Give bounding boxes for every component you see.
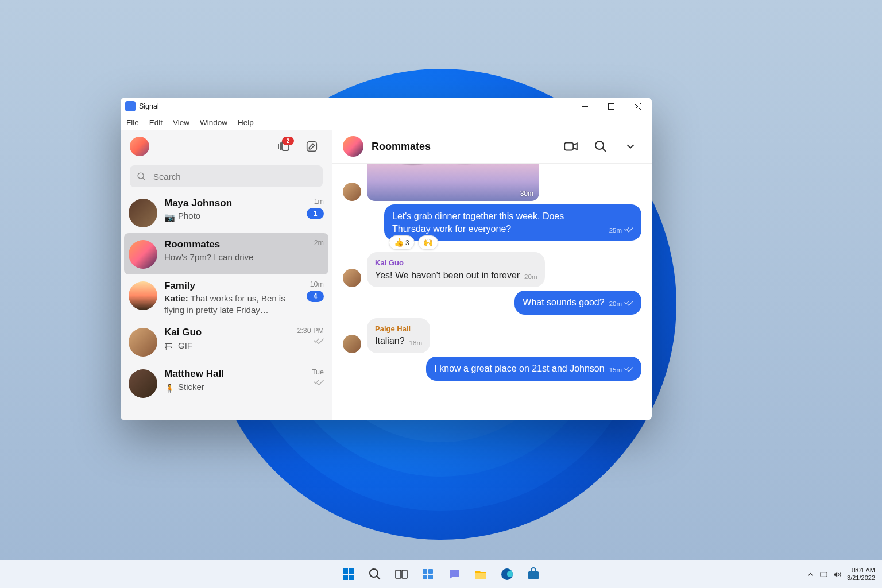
message-text: Italian? — [375, 335, 405, 347]
unread-badge: 1 — [307, 208, 324, 219]
conversation-name: Matthew Hall — [164, 368, 289, 380]
desktop: Signal File Edit View Window Help 2 — [0, 0, 882, 588]
widgets-button[interactable] — [416, 563, 439, 586]
chat-title[interactable]: Roommates — [372, 141, 431, 153]
conversation-time: 2m — [314, 239, 324, 247]
message-bubble[interactable]: I know a great place on 21st and Johnson… — [426, 357, 641, 381]
conversation-avatar — [129, 281, 157, 310]
svg-rect-2 — [307, 142, 317, 152]
message-sender: Kai Guo — [375, 258, 537, 268]
system-tray[interactable]: 8:01 AM 3/21/2022 — [806, 567, 882, 581]
conversation-avatar — [129, 369, 157, 398]
taskbar-center — [337, 563, 545, 586]
message-bubble[interactable]: What sounds good?20m — [514, 291, 641, 315]
volume-icon[interactable] — [833, 570, 841, 579]
svg-rect-12 — [402, 570, 407, 578]
compose-button[interactable] — [301, 136, 323, 157]
task-view-button[interactable] — [390, 563, 413, 586]
svg-rect-15 — [423, 575, 427, 579]
svg-rect-9 — [349, 575, 354, 580]
conversation-name: Maya Johnson — [164, 198, 289, 209]
chevron-up-icon[interactable] — [806, 570, 815, 579]
conversation-name: Kai Guo — [164, 327, 289, 338]
conversation-avatar — [129, 328, 157, 357]
menu-help[interactable]: Help — [238, 118, 254, 127]
stories-badge: 2 — [282, 137, 294, 145]
conversation-name: Roommates — [164, 239, 289, 250]
conversation-item[interactable]: Maya Johnson 📷Photo 1m1 — [121, 192, 332, 233]
conversation-item[interactable]: Matthew Hall 🧍Sticker Tue — [121, 362, 332, 404]
start-button[interactable] — [337, 563, 360, 586]
signal-app-icon — [125, 101, 136, 111]
taskbar[interactable]: 8:01 AM 3/21/2022 — [0, 560, 882, 588]
svg-rect-13 — [423, 569, 427, 574]
conversation-time: 1m — [314, 198, 324, 206]
reaction[interactable]: 🙌 — [418, 235, 438, 250]
image-message[interactable]: 30m — [367, 164, 539, 201]
minimize-button[interactable] — [571, 98, 598, 115]
my-avatar[interactable] — [130, 137, 149, 156]
message-time: 18m — [409, 339, 422, 348]
message-row: Let's grab dinner together this week. Do… — [343, 204, 641, 241]
message-bubble[interactable]: Paige HallItalian?18m — [367, 318, 430, 353]
message-text: Let's grab dinner together this week. Do… — [392, 210, 605, 235]
search-in-chat-button[interactable] — [590, 136, 612, 157]
titlebar[interactable]: Signal — [121, 98, 652, 115]
clock-date: 3/21/2022 — [847, 574, 875, 582]
svg-rect-7 — [349, 568, 354, 574]
svg-rect-17 — [475, 573, 486, 579]
svg-rect-8 — [343, 575, 348, 580]
svg-rect-11 — [396, 570, 401, 578]
menu-window[interactable]: Window — [200, 118, 227, 127]
network-icon[interactable] — [819, 570, 828, 579]
taskbar-search-button[interactable] — [363, 563, 386, 586]
message-bubble[interactable]: Kai GuoYes! We haven't been out in forev… — [367, 252, 545, 287]
close-button[interactable] — [624, 98, 651, 115]
conversation-item[interactable]: Kai Guo 🎞GIF 2:30 PM — [121, 321, 332, 362]
conversation-time: Tue — [312, 368, 324, 376]
chat-avatar[interactable] — [343, 136, 363, 157]
store-button[interactable] — [522, 563, 545, 586]
conversation-name: Family — [164, 280, 289, 292]
teams-chat-button[interactable] — [443, 563, 466, 586]
message-avatar — [343, 269, 361, 287]
signal-window: Signal File Edit View Window Help 2 — [121, 98, 652, 420]
file-explorer-button[interactable] — [469, 563, 492, 586]
message-list[interactable]: 30mLet's grab dinner together this week.… — [332, 164, 652, 420]
message-reactions: 👍3🙌 — [389, 235, 438, 250]
svg-rect-14 — [428, 569, 433, 574]
conversation-preview: Katie: That works for us, Ben is flying … — [164, 293, 289, 315]
svg-rect-19 — [528, 571, 539, 579]
window-title: Signal — [139, 102, 159, 110]
message-avatar — [343, 335, 361, 353]
svg-point-3 — [138, 173, 144, 179]
message-row: What sounds good?20m — [343, 291, 641, 315]
menu-file[interactable]: File — [126, 118, 139, 127]
svg-rect-20 — [821, 572, 827, 577]
conversation-list: Maya Johnson 📷Photo 1m1 Roommates How's … — [121, 192, 332, 420]
search-input[interactable] — [152, 171, 316, 182]
reaction[interactable]: 👍3 — [389, 235, 415, 250]
taskbar-clock[interactable]: 8:01 AM 3/21/2022 — [847, 567, 875, 581]
menu-view[interactable]: View — [173, 118, 189, 127]
message-row: I know a great place on 21st and Johnson… — [343, 357, 641, 381]
menubar: File Edit View Window Help — [121, 115, 652, 130]
conversation-preview: 🧍Sticker — [164, 381, 289, 393]
conversation-avatar — [129, 199, 157, 227]
message-bubble[interactable]: Let's grab dinner together this week. Do… — [384, 204, 641, 241]
conversation-item[interactable]: Family Katie: That works for us, Ben is … — [121, 274, 332, 321]
edge-button[interactable] — [496, 563, 519, 586]
conversation-time: 2:30 PM — [297, 327, 324, 335]
message-time: 30m — [520, 189, 533, 198]
search-box[interactable] — [130, 165, 323, 187]
message-avatar — [343, 183, 361, 201]
menu-edit[interactable]: Edit — [149, 118, 163, 127]
conversation-item[interactable]: Roommates How's 7pm? I can drive 2m — [124, 233, 328, 274]
conversation-time: 10m — [310, 280, 324, 288]
message-time: 25m — [609, 226, 633, 235]
stories-button[interactable]: 2 — [273, 136, 295, 157]
message-time: 20m — [524, 273, 537, 282]
video-call-button[interactable] — [560, 136, 582, 157]
chat-menu-button[interactable] — [620, 136, 641, 157]
maximize-button[interactable] — [598, 98, 624, 115]
